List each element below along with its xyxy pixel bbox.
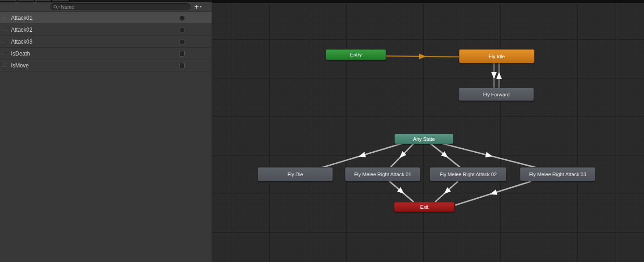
- parameter-name[interactable]: IsMove: [11, 62, 29, 69]
- parameter-name[interactable]: IsDeath: [11, 50, 30, 57]
- search-filter-caret-icon[interactable]: ▾: [58, 6, 60, 8]
- chevron-down-icon: ▾: [200, 5, 202, 9]
- tab-strip-segments: [0, 0, 70, 1]
- graph-top-strip: [212, 0, 644, 3]
- animator-window: ▾ + ▾ Attack01 Attack02 Attack03: [0, 0, 644, 262]
- parameter-row-attack03[interactable]: Attack03: [0, 36, 212, 48]
- drag-handle-icon[interactable]: [2, 17, 7, 19]
- drag-handle-icon[interactable]: [2, 41, 7, 43]
- transitions-layer: [212, 0, 644, 262]
- drag-handle-icon[interactable]: [2, 53, 7, 55]
- search-icon: [54, 5, 57, 8]
- state-node-exit[interactable]: Exit: [394, 202, 455, 212]
- parameter-row-ismove[interactable]: IsMove: [0, 60, 212, 72]
- transition-arrow-icon: [490, 190, 497, 195]
- bool-checkbox[interactable]: [179, 51, 185, 56]
- plus-icon: +: [194, 3, 199, 11]
- parameters-toolbar: ▾ + ▾: [0, 2, 212, 12]
- bool-checkbox[interactable]: [179, 63, 185, 68]
- state-node-fly-melee-right-attack-02[interactable]: Fly Melee Right Attack 02: [430, 167, 507, 181]
- trigger-radio[interactable]: [179, 15, 185, 21]
- state-node-entry[interactable]: Entry: [326, 49, 386, 60]
- parameter-search-field[interactable]: ▾: [50, 3, 191, 10]
- parameter-name[interactable]: Attack01: [11, 15, 33, 21]
- parameter-row-attack01[interactable]: Attack01: [0, 12, 212, 24]
- state-node-any-state[interactable]: Any State: [394, 134, 453, 144]
- state-node-fly-melee-right-attack-03[interactable]: Fly Melee Right Attack 03: [520, 167, 595, 181]
- drag-handle-icon[interactable]: [2, 29, 7, 31]
- parameters-panel: ▾ + ▾ Attack01 Attack02 Attack03: [0, 0, 212, 262]
- drag-handle-icon[interactable]: [2, 65, 7, 67]
- parameter-row-attack02[interactable]: Attack02: [0, 24, 212, 36]
- trigger-radio[interactable]: [179, 39, 185, 45]
- trigger-radio[interactable]: [179, 27, 185, 33]
- transition-arrow-icon: [491, 72, 497, 79]
- parameters-list: Attack01 Attack02 Attack03 IsDeath IsMov: [0, 12, 212, 72]
- parameter-row-isdeath[interactable]: IsDeath: [0, 48, 212, 60]
- parameter-name[interactable]: Attack02: [11, 27, 33, 33]
- add-parameter-button[interactable]: + ▾: [191, 2, 205, 11]
- state-node-fly-idle[interactable]: Fly Idle: [459, 49, 535, 63]
- state-node-fly-melee-right-attack-01[interactable]: Fly Melee Right Attack 01: [345, 167, 420, 181]
- state-node-fly-forward[interactable]: Fly Forward: [458, 88, 534, 101]
- state-machine-canvas[interactable]: EntryFly IdleFly ForwardAny StateFly Die…: [212, 0, 644, 262]
- parameter-name[interactable]: Attack03: [11, 39, 33, 45]
- search-input[interactable]: [61, 4, 187, 10]
- transition-arrow-icon: [359, 152, 366, 157]
- state-node-fly-die[interactable]: Fly Die: [257, 167, 333, 181]
- transition-arrow-icon: [497, 72, 502, 79]
- transition-arrow-icon: [419, 54, 426, 59]
